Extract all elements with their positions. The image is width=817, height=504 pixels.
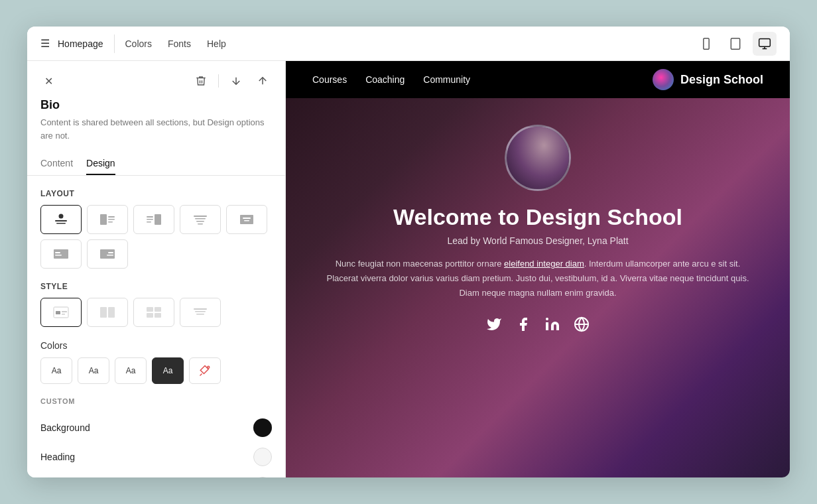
svg-rect-32 — [107, 255, 113, 256]
delete-button[interactable] — [192, 72, 210, 90]
svg-rect-28 — [55, 252, 60, 253]
svg-rect-30 — [100, 249, 115, 259]
menu-icon[interactable]: ☰ — [40, 37, 50, 50]
layout-option-4[interactable] — [180, 205, 221, 234]
site-brand: Design School — [653, 69, 763, 90]
style-options — [27, 298, 285, 340]
svg-rect-42 — [155, 313, 161, 318]
text-color-row: Text — [27, 472, 285, 477]
left-panel: ✕ — [27, 61, 286, 477]
svg-rect-2 — [731, 38, 739, 49]
top-bar-divider — [114, 34, 115, 53]
color-swatch-3[interactable]: Aa — [115, 357, 147, 384]
tab-content[interactable]: Content — [40, 153, 73, 175]
move-up-button[interactable] — [253, 72, 272, 90]
color-swatch-1[interactable]: Aa — [40, 357, 72, 384]
layout-option-3[interactable] — [133, 205, 174, 234]
nav-colors[interactable]: Colors — [125, 38, 152, 49]
svg-rect-27 — [54, 249, 68, 259]
nav-help[interactable]: Help — [207, 38, 226, 49]
homepage-label[interactable]: Homepage — [58, 38, 103, 49]
close-button[interactable]: ✕ — [40, 73, 56, 89]
heading-color-row: Heading — [27, 442, 285, 472]
svg-rect-31 — [108, 252, 113, 253]
svg-rect-40 — [155, 307, 161, 312]
panel-action-divider — [218, 74, 219, 88]
hero-socials — [486, 316, 590, 336]
svg-rect-22 — [196, 221, 204, 222]
svg-rect-36 — [62, 314, 65, 315]
nav-community[interactable]: Community — [423, 74, 470, 85]
site-hero: Welcome to Design School Lead by World F… — [286, 98, 790, 477]
nav-courses[interactable]: Courses — [312, 74, 347, 85]
layout-section-label: Layout — [27, 189, 285, 205]
brand-logo — [653, 69, 674, 90]
svg-rect-16 — [147, 216, 153, 218]
svg-rect-29 — [55, 255, 62, 256]
hero-link[interactable]: eleifend integer diam — [504, 259, 584, 269]
colors-row: Aa Aa Aa Aa — [27, 357, 285, 397]
svg-rect-4 — [759, 38, 771, 46]
custom-label: CUSTOM — [27, 397, 285, 413]
svg-point-9 — [59, 214, 64, 219]
svg-rect-10 — [55, 220, 67, 221]
layout-option-1[interactable] — [40, 205, 82, 234]
panel-title: Bio — [27, 98, 285, 116]
site-nav: Courses Coaching Community Design School — [286, 61, 790, 98]
color-swatch-4[interactable]: Aa — [152, 357, 184, 384]
hero-body: Nunc feugiat non maecenas porttitor orna… — [326, 257, 750, 300]
facebook-icon[interactable] — [515, 316, 531, 336]
nav-fonts[interactable]: Fonts — [168, 38, 191, 49]
desktop-device-btn[interactable] — [753, 32, 777, 56]
panel-subtitle: Content is shared between all sections, … — [27, 116, 285, 153]
style-option-4[interactable] — [180, 298, 221, 327]
svg-rect-43 — [194, 308, 207, 310]
top-bar-right — [694, 32, 777, 56]
twitter-icon[interactable] — [486, 316, 502, 336]
svg-rect-19 — [155, 214, 161, 225]
style-option-2[interactable] — [87, 298, 128, 327]
color-dropper[interactable] — [189, 357, 221, 384]
background-label: Background — [40, 422, 90, 433]
layout-option-6[interactable] — [40, 239, 82, 269]
svg-point-46 — [208, 366, 210, 368]
text-color-swatch[interactable] — [253, 477, 272, 477]
mobile-device-btn[interactable] — [694, 32, 718, 56]
svg-rect-15 — [108, 221, 113, 223]
panel-tabs: Content Design — [27, 153, 285, 176]
svg-rect-34 — [56, 311, 60, 314]
heading-label: Heading — [40, 452, 75, 462]
layout-option-7[interactable] — [87, 239, 128, 269]
nav-coaching[interactable]: Coaching — [365, 74, 405, 85]
top-bar-left: ☰ Homepage — [40, 37, 103, 50]
color-swatch-2[interactable]: Aa — [78, 357, 109, 384]
tab-design[interactable]: Design — [86, 153, 115, 175]
layout-option-2[interactable] — [87, 205, 128, 234]
site-nav-links: Courses Coaching Community — [312, 74, 470, 85]
app-window: ☰ Homepage Colors Fonts Help — [27, 27, 790, 477]
style-option-3[interactable] — [133, 298, 174, 327]
linkedin-icon[interactable] — [544, 316, 560, 336]
globe-icon[interactable] — [574, 316, 590, 336]
svg-rect-45 — [196, 314, 204, 315]
svg-rect-20 — [194, 216, 207, 217]
svg-rect-24 — [240, 215, 253, 224]
svg-rect-13 — [108, 216, 115, 218]
move-down-button[interactable] — [227, 72, 245, 90]
svg-point-47 — [546, 318, 548, 320]
style-option-1[interactable] — [40, 298, 82, 327]
tablet-device-btn[interactable] — [723, 32, 747, 56]
panel-header: ✕ — [27, 61, 285, 98]
layout-option-5[interactable] — [226, 205, 267, 234]
panel-actions — [192, 72, 272, 90]
hero-title: Welcome to Design School — [393, 204, 682, 230]
site-preview: Courses Coaching Community Design School… — [286, 61, 790, 477]
style-section-label: Style — [27, 282, 285, 298]
heading-color-swatch[interactable] — [253, 448, 272, 466]
background-color-swatch[interactable] — [253, 418, 272, 437]
svg-rect-25 — [243, 218, 251, 219]
main-content: ✕ — [27, 61, 790, 477]
brand-name: Design School — [680, 73, 763, 87]
top-bar: ☰ Homepage Colors Fonts Help — [27, 27, 790, 61]
top-bar-nav: Colors Fonts Help — [125, 38, 226, 49]
